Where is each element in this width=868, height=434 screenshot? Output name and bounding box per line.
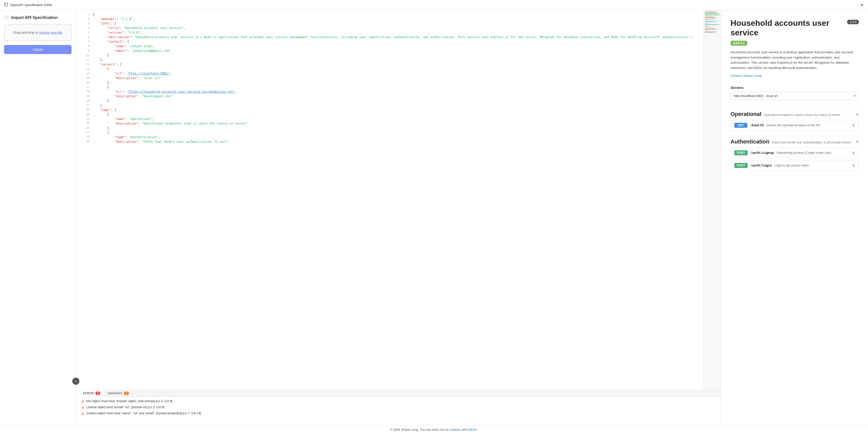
error-list: ⊗Info object must have "license" object.… <box>80 397 721 425</box>
svg-rect-1 <box>5 3 6 4</box>
section-header[interactable]: Operational Operational endpoints used t… <box>731 108 859 120</box>
theme-toggle-icon[interactable]: ☀ <box>860 2 864 8</box>
contact-link[interactable]: Contact Jehyun Jung <box>731 74 859 77</box>
endpoint-row[interactable]: GET /health Checks the operational statu… <box>731 120 859 131</box>
line-content: ], <box>93 103 702 108</box>
code-panel: 1{2 "openapi": "3.1.0",3 "info": {4 "tit… <box>80 10 721 425</box>
error-tab-error[interactable]: ERROR 0 <box>80 390 104 397</box>
line-number: 5 <box>82 30 90 35</box>
line-content: "contact": { <box>93 39 702 44</box>
code-line: 23 { <box>80 112 704 117</box>
code-line: 18 "url": "https://household-accounts-us… <box>80 90 704 94</box>
code-line: 28 "name": "Authentication", <box>80 135 704 139</box>
footer-text: © 2024 Jehyun Jung. You can reach me on <box>390 428 449 431</box>
code-line: 2 "openapi": "3.1.0", <box>80 17 704 21</box>
code-line: 3 "info": { <box>80 21 704 26</box>
line-content: "name": "Operational", <box>93 117 702 121</box>
code-line: 25 "description": "Operational endpoints… <box>80 121 704 126</box>
chevron-down-icon: ∨ <box>852 150 855 155</box>
section-title-group: Authentication Paths that handle user au… <box>731 138 852 145</box>
code-line: 21 ], <box>80 103 704 108</box>
line-content: "title": "Household accounts user servic… <box>93 26 702 30</box>
line-content: { <box>93 130 702 135</box>
top-bar-left: OpenAPI Specification Editor <box>4 3 53 7</box>
endpoint-description: Checks the operational status of the API <box>766 124 820 127</box>
endpoint-section: Operational Operational endpoints used t… <box>731 108 859 131</box>
error-icon: ⊗ <box>82 406 84 409</box>
section-title-group: Operational Operational endpoints used t… <box>731 111 840 118</box>
code-line: 27 { <box>80 130 704 135</box>
error-count-badge: 0 <box>95 392 100 395</box>
chevron-up-icon: ∧ <box>856 112 859 116</box>
line-number: 26 <box>82 126 90 130</box>
line-number: 13 <box>82 67 90 71</box>
line-content: "version": "1.0.0", <box>93 30 702 35</box>
line-number: 19 <box>82 94 90 99</box>
line-content: "url": "http://localhost:3002", <box>93 71 702 76</box>
code-line: 20 } <box>80 99 704 103</box>
import-button[interactable]: Import <box>4 45 71 54</box>
line-content: "name": "Jehyun Jung", <box>93 44 702 48</box>
error-tab-warning[interactable]: WARNING 5 <box>104 390 133 397</box>
linkedin-link[interactable]: LinkedIn <box>449 428 461 431</box>
method-badge: POST <box>734 150 748 155</box>
mini-map-content <box>704 10 721 34</box>
drop-zone-text: Drag and drop or <box>13 31 39 34</box>
chevron-up-icon: ∧ <box>856 139 859 144</box>
endpoint-row[interactable]: POST /auth/signup Onboarding process (Cr… <box>731 147 859 158</box>
app-title: OpenAPI Specification Editor <box>10 3 53 7</box>
drop-zone[interactable]: Drag and drop or choose your file <box>4 24 71 41</box>
line-number: 24 <box>82 117 90 121</box>
line-number: 17 <box>82 85 90 90</box>
line-content: } <box>93 53 702 58</box>
line-content: { <box>93 12 702 17</box>
api-title-row: Household accounts user service 1.0.0 <box>731 18 859 38</box>
code-line: 10 } <box>80 53 704 58</box>
github-link[interactable]: GitHub <box>467 428 477 431</box>
code-line: 17 { <box>80 85 704 90</box>
api-description: Household accounts user service is a Nod… <box>731 50 859 71</box>
error-text: License object must include "url". [lice… <box>86 405 164 409</box>
line-number: 4 <box>82 26 90 30</box>
endpoint-left: POST /auth/login Login to get access tok… <box>734 163 809 168</box>
line-number: 28 <box>82 135 90 139</box>
line-content: "description": "Operational endpoints us… <box>93 121 702 126</box>
section-title: Operational <box>731 111 761 118</box>
line-number: 2 <box>82 17 90 21</box>
version-badge: 1.0.0 <box>847 20 859 24</box>
line-content: { <box>93 85 702 90</box>
code-line: 29 "description": "Paths that handle use… <box>80 139 704 144</box>
servers-label: Servers <box>731 86 859 90</box>
endpoint-sections: Operational Operational endpoints used t… <box>731 108 859 171</box>
code-line: 19 "description": "Development env" <box>80 94 704 99</box>
endpoint-row[interactable]: POST /auth/login Login to get access tok… <box>731 160 859 171</box>
line-number: 29 <box>82 139 90 144</box>
top-bar: OpenAPI Specification Editor ☀ <box>0 0 868 10</box>
endpoint-path: /health <box>750 123 764 127</box>
server-select[interactable]: http://localhost:3002 - local url <box>731 92 859 100</box>
code-line: 22 "tags": [ <box>80 108 704 112</box>
line-content: "info": { <box>93 21 702 26</box>
line-content: "description": "local url" <box>93 76 702 80</box>
endpoint-left: POST /auth/signup Onboarding process (Cr… <box>734 150 831 155</box>
code-line: 7 "contact": { <box>80 39 704 44</box>
line-content: }, <box>93 80 702 85</box>
line-number: 25 <box>82 121 90 126</box>
line-content: "openapi": "3.1.0", <box>93 17 702 21</box>
line-content: } <box>93 99 702 103</box>
error-item: ⊗License object must include "url". [lic… <box>82 404 719 410</box>
line-content: { <box>93 67 702 71</box>
code-editor[interactable]: 1{2 "openapi": "3.1.0",3 "info": {4 "tit… <box>80 10 704 390</box>
oas-badge: OAS 3.1 <box>731 41 747 46</box>
line-content: "servers": [ <box>93 62 702 67</box>
line-number: 22 <box>82 108 90 112</box>
choose-file-link[interactable]: choose your file <box>39 31 62 34</box>
code-line: 13 { <box>80 67 704 71</box>
error-text: Contact object must have "name", "url" a… <box>86 411 201 415</box>
error-tab-label: ERROR <box>83 392 94 395</box>
code-line: 24 "name": "Operational", <box>80 117 704 121</box>
section-header[interactable]: Authentication Paths that handle user au… <box>731 136 859 147</box>
line-content: { <box>93 112 702 117</box>
app-logo-icon <box>4 3 8 7</box>
collapse-sidebar-button[interactable]: ‹‹ <box>72 378 80 385</box>
